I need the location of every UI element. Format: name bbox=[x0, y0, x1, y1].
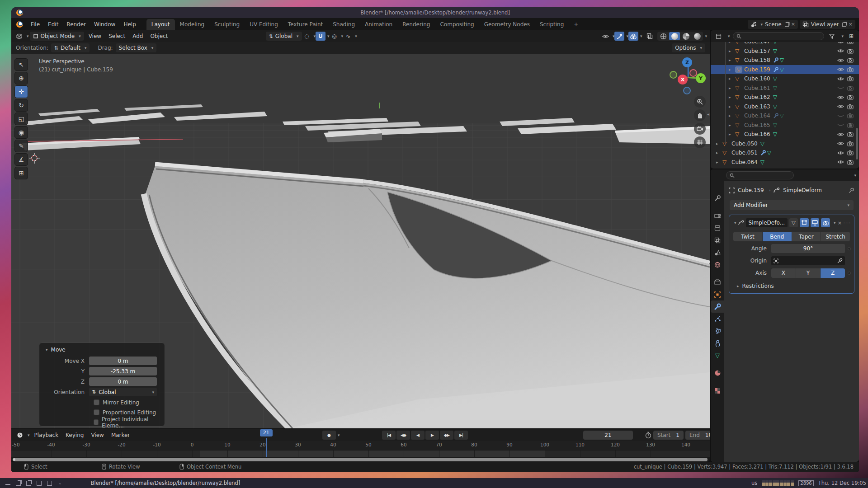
camera-visibility-toggle[interactable] bbox=[845, 94, 855, 100]
playhead-line[interactable] bbox=[266, 438, 267, 457]
workspace-tab[interactable]: Animation bbox=[360, 19, 397, 30]
tab-object-data[interactable]: ▽ bbox=[711, 349, 724, 361]
transport-button[interactable]: ▶| bbox=[454, 431, 468, 440]
checkbox[interactable] bbox=[94, 409, 99, 415]
expand-arrow-icon[interactable]: ▸ bbox=[716, 150, 722, 155]
gizmo-y-axis[interactable]: Y bbox=[696, 73, 706, 83]
tool-button[interactable]: ◱ bbox=[14, 113, 28, 125]
new-viewlayer-icon[interactable] bbox=[842, 23, 846, 27]
breadcrumb-modifier[interactable]: SimpleDeform bbox=[783, 187, 822, 193]
object-name[interactable]: Cube.050 bbox=[731, 141, 758, 147]
tool-button[interactable]: ◉ bbox=[14, 126, 28, 139]
camera-visibility-toggle[interactable] bbox=[845, 48, 855, 54]
expand-arrow-icon[interactable]: ▸ bbox=[729, 76, 735, 81]
object-name[interactable]: Cube.158 bbox=[744, 57, 770, 63]
viewport-menu-item[interactable]: Select bbox=[105, 33, 129, 39]
outliner-row[interactable]: ▸ ▽ Cube.050 ▽ bbox=[711, 139, 859, 149]
tab-particles[interactable] bbox=[711, 313, 724, 325]
modifier-name-field[interactable]: SimpleDefo... bbox=[746, 218, 788, 227]
taskbar-chevron-icon[interactable]: ⌄ bbox=[58, 481, 62, 485]
pan-hand-button[interactable] bbox=[694, 109, 706, 121]
transport-button[interactable]: ▶ bbox=[425, 431, 439, 440]
filter-icon[interactable] bbox=[827, 32, 837, 41]
camera-visibility-toggle[interactable] bbox=[845, 57, 855, 63]
move-field-value[interactable]: 0 m bbox=[89, 357, 157, 365]
chevron-down-icon[interactable]: ▾ bbox=[338, 433, 340, 437]
taskbar-window2-icon[interactable] bbox=[47, 481, 52, 486]
tool-button[interactable]: ↻ bbox=[14, 99, 28, 112]
axis-option[interactable]: Y bbox=[796, 268, 821, 278]
chevron-down-icon[interactable]: ▾ bbox=[28, 433, 30, 437]
hide-eye-toggle[interactable] bbox=[835, 160, 845, 164]
keyboard-layout[interactable]: us bbox=[751, 480, 757, 486]
outliner-row[interactable]: ▸ ▽ Cube.161 ▽ bbox=[711, 84, 859, 93]
hide-eye-toggle[interactable] bbox=[835, 141, 845, 146]
shading-solid-icon[interactable] bbox=[669, 32, 680, 40]
chevron-down-icon[interactable]: ▾ bbox=[355, 34, 357, 38]
tool-button[interactable]: ∡ bbox=[14, 153, 28, 166]
checkbox-row[interactable]: Mirror Editing bbox=[94, 398, 160, 407]
workspace-tab[interactable]: Sculpting bbox=[209, 19, 245, 30]
timeline-menu-item[interactable]: Marker bbox=[108, 432, 133, 438]
axis-option[interactable]: X bbox=[771, 268, 796, 278]
visibility-eye-icon[interactable] bbox=[601, 32, 611, 41]
show-overlays-icon[interactable] bbox=[628, 32, 638, 41]
viewport-canvas[interactable]: User Perspective (21) cut_unique | Cube.… bbox=[11, 54, 710, 428]
outliner-row[interactable]: ▸ ▽ Cube.162 ▽ bbox=[711, 93, 859, 102]
hide-eye-toggle[interactable] bbox=[835, 42, 845, 44]
eyedropper-icon[interactable] bbox=[837, 258, 843, 263]
camera-visibility-toggle[interactable] bbox=[845, 150, 855, 155]
shading-wireframe-icon[interactable] bbox=[658, 32, 669, 40]
transport-button[interactable]: ◆▶ bbox=[440, 431, 453, 440]
expand-arrow-icon[interactable]: ▸ bbox=[729, 113, 735, 118]
start-frame-field[interactable]: Start 1 bbox=[653, 431, 684, 440]
timeline-ruler[interactable]: -50-40-30-20-100102030405060708090100110… bbox=[11, 441, 710, 450]
expand-arrow-icon[interactable]: ▸ bbox=[716, 141, 722, 146]
object-name[interactable]: Cube.065 bbox=[731, 168, 758, 169]
origin-object-field[interactable] bbox=[771, 256, 845, 265]
menu-item[interactable]: File bbox=[27, 21, 44, 28]
outliner-display-mode-icon[interactable] bbox=[713, 32, 723, 41]
expand-arrow-icon[interactable]: ▸ bbox=[729, 67, 735, 72]
object-name[interactable]: Cube.160 bbox=[744, 75, 770, 82]
pin-icon[interactable] bbox=[849, 188, 854, 193]
checkbox-row[interactable]: Proportional Editing bbox=[94, 408, 160, 417]
object-name[interactable]: Cube.166 bbox=[744, 131, 770, 137]
camera-visibility-toggle[interactable] bbox=[845, 85, 855, 91]
collapse-icon[interactable]: ▾ bbox=[734, 221, 736, 225]
expand-arrow-icon[interactable]: ▸ bbox=[729, 58, 735, 62]
tool-button[interactable]: ⊕ bbox=[14, 72, 28, 84]
workspace-tab[interactable]: Rendering bbox=[397, 19, 435, 30]
outliner-row[interactable]: ▸ ▽ Cube.159 ▽ bbox=[711, 65, 859, 75]
expand-arrow-icon[interactable]: ▸ bbox=[729, 132, 735, 136]
outliner-row[interactable]: ▸ ▽ Cube.065 ▽ bbox=[711, 167, 859, 169]
tab-constraints[interactable] bbox=[711, 337, 724, 349]
deform-mode-tab[interactable]: Twist bbox=[733, 232, 762, 241]
expand-arrow-icon[interactable]: ▸ bbox=[729, 49, 735, 53]
workspace-tab[interactable]: Modeling bbox=[175, 19, 210, 30]
hide-eye-toggle[interactable] bbox=[835, 58, 845, 63]
object-name[interactable]: Cube.164 bbox=[744, 113, 770, 119]
tab-scene[interactable] bbox=[711, 246, 724, 258]
object-name[interactable]: Cube.157 bbox=[744, 48, 770, 54]
gizmo-minus-y-axis[interactable] bbox=[670, 71, 677, 79]
timeline-editor-type-icon[interactable] bbox=[15, 431, 25, 440]
taskbar-active-window[interactable]: Blender* [/home/amalie/Desktop/blender/r… bbox=[91, 480, 241, 486]
transport-button[interactable]: ◀◆ bbox=[396, 431, 410, 440]
deform-mode-tab[interactable]: Taper bbox=[792, 232, 821, 241]
tool-button[interactable]: ⊞ bbox=[14, 167, 28, 179]
camera-visibility-toggle[interactable] bbox=[845, 131, 855, 137]
move-field-value[interactable]: -25.33 m bbox=[89, 367, 157, 375]
workspace-tab[interactable]: + bbox=[569, 19, 583, 30]
tool-button[interactable]: ✎ bbox=[14, 140, 28, 152]
tab-collection[interactable] bbox=[711, 276, 724, 288]
timeline-menu-item[interactable]: View bbox=[87, 432, 107, 438]
expand-arrow-icon[interactable]: ▸ bbox=[729, 95, 735, 99]
toggle-grid-button[interactable] bbox=[694, 136, 706, 148]
restrictions-section[interactable]: ▸ Restrictions bbox=[735, 283, 851, 289]
xray-toggle-icon[interactable] bbox=[645, 32, 655, 41]
chevron-down-icon[interactable]: ▾ bbox=[705, 34, 707, 38]
pivot-point-icon[interactable]: ◌ bbox=[302, 32, 312, 41]
camera-visibility-toggle[interactable] bbox=[845, 104, 855, 109]
tool-button[interactable]: ✛ bbox=[14, 85, 28, 98]
